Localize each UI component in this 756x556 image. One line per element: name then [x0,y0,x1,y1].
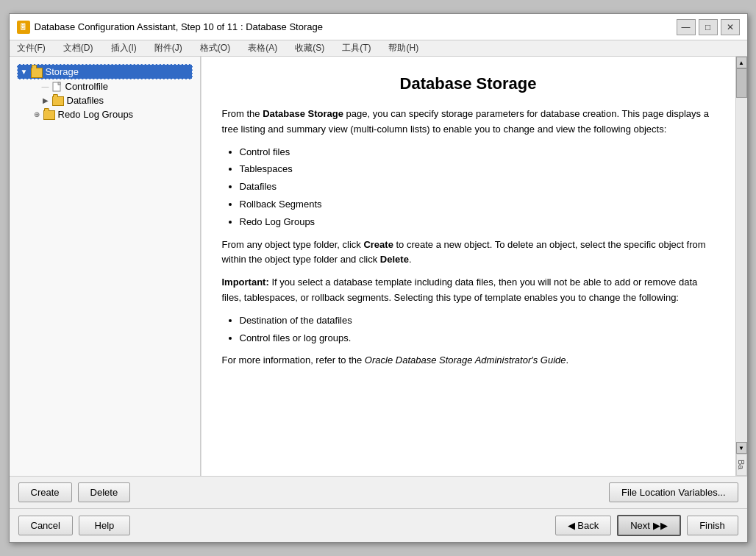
list-item-4: Rollback Segments [240,197,715,213]
file-location-button[interactable]: File Location Variables... [609,482,738,502]
bold-delete: Delete [380,254,409,265]
menu-attach[interactable]: 附件(J) [151,41,185,55]
main-area: ▼ Storage — [10,57,747,476]
paragraph-4: For more information, refer to the Oracl… [222,353,715,368]
menu-table[interactable]: 表格(A) [245,41,280,55]
tree-label-controlfile: Controlfile [65,81,109,92]
tree-node-storage[interactable]: ▼ Storage [17,64,193,79]
list-1: Control files Tablespaces Datafiles Roll… [240,145,715,230]
tree-label-datafiles: Datafiles [67,95,104,106]
cancel-help-group: Cancel Help [18,516,130,535]
right-sidebar: ▲ ▼ Ba [735,57,747,476]
window-controls: — □ ✕ [677,19,740,35]
bold-important: Important: [222,277,269,288]
cancel-button[interactable]: Cancel [18,516,73,535]
tree-node-redo-log[interactable]: ⊕ Redo Log Groups [29,107,193,121]
next-button[interactable]: Next ▶▶ [617,515,680,536]
file-location-group: File Location Variables... [609,482,738,502]
menu-bar: 文件(F) 文档(D) 插入(I) 附件(J) 格式(O) 表格(A) 收藏(S… [10,40,747,57]
create-button[interactable]: Create [18,482,72,502]
bold-database-storage: Database Storage [263,108,343,119]
back-arrow-left: ◀ [568,520,575,531]
create-delete-group: Create Delete [18,482,131,502]
tree-children: — Controlfile ▶ [17,79,193,121]
content-body: From the Database Storage page, you can … [222,107,715,368]
tree-panel: ▼ Storage — [10,57,201,476]
list-item-5: Redo Log Groups [240,215,715,230]
list-item-1: Control files [240,145,715,160]
minimize-button[interactable]: — [677,19,696,35]
bold-create: Create [363,239,393,250]
nav-group: ◀ Back Next ▶▶ Finish [555,515,738,536]
paragraph-3: Important: If you select a database temp… [222,275,715,306]
title-bar: 🗄 Database Configuration Assistant, Step… [10,14,747,40]
menu-file[interactable]: 文件(F) [14,41,49,55]
content-panel: Database Storage From the Database Stora… [201,57,735,476]
scroll-thumb[interactable] [736,68,747,98]
paragraph-2: From any object type folder, click Creat… [222,238,715,268]
list-item-ctrl: Control files or log groups. [240,331,715,346]
close-button[interactable]: ✕ [721,19,740,35]
tree-node-datafiles[interactable]: ▶ Datafiles [29,93,193,107]
help-button[interactable]: Help [79,516,130,535]
content-title: Database Storage [222,74,715,93]
back-button[interactable]: ◀ Back [555,516,612,535]
list-2: Destination of the datafiles Control fil… [240,313,715,346]
right-label-ba[interactable]: Ba [736,454,747,476]
finish-button[interactable]: Finish [687,516,738,535]
paragraph-1: From the Database Storage page, you can … [222,107,715,138]
svg-rect-1 [58,82,60,85]
expand-icon-storage: ▼ [19,67,29,77]
italic-guide: Oracle Database Storage Administrator's … [365,354,566,366]
scroll-track [736,68,747,442]
tree-label-redo: Redo Log Groups [58,109,134,120]
menu-insert[interactable]: 插入(I) [108,41,140,55]
tree-node-controlfile[interactable]: — Controlfile [29,79,193,93]
list-item-dest: Destination of the datafiles [240,313,715,329]
menu-doc[interactable]: 文档(D) [60,41,96,55]
app-icon: 🗄 [17,21,30,34]
bottom-bar-nav: Cancel Help ◀ Back Next ▶▶ Finish [10,508,747,542]
menu-favorites[interactable]: 收藏(S) [292,41,327,55]
menu-help[interactable]: 帮助(H) [385,41,421,55]
expand-icon-datafiles: ▶ [40,96,51,106]
tree-label-storage: Storage [46,66,79,77]
bottom-bar-create-delete: Create Delete File Location Variables... [10,476,747,508]
delete-button[interactable]: Delete [78,482,131,502]
maximize-button[interactable]: □ [699,19,718,35]
window-title: Database Configuration Assistant, Step 1… [35,21,677,32]
file-icon-controlfile [52,82,63,92]
scroll-down-button[interactable]: ▼ [736,442,747,454]
expand-icon-redo: ⊕ [32,110,42,120]
next-arrow-right: ▶▶ [653,520,668,531]
menu-format[interactable]: 格式(O) [197,41,233,55]
expand-icon-controlfile: — [40,82,51,92]
list-item-3: Datafiles [240,179,715,195]
scroll-up-button[interactable]: ▲ [736,57,747,68]
list-item-2: Tablespaces [240,162,715,177]
menu-tools[interactable]: 工具(T) [339,41,374,55]
